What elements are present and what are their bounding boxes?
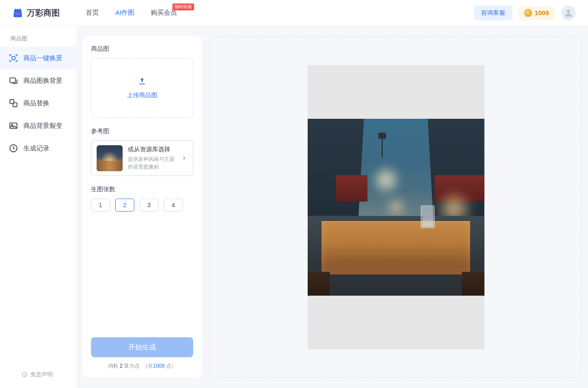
preview-area [210, 36, 582, 378]
count-options: 1 2 3 4 [91, 199, 193, 212]
avatar-icon [564, 8, 573, 18]
upload-icon [138, 77, 146, 85]
nav-membership[interactable]: 购买会员 限时特惠 [151, 9, 177, 17]
header-right: 咨询客服 1009 [474, 6, 576, 20]
control-panel: 商品图 上传商品图 参考图 或从资源库选择 提供多种风格与主题的背景图素材 生图… [82, 36, 202, 378]
count-option-4[interactable]: 4 [164, 199, 183, 212]
sidebar-item-history[interactable]: 生成记录 [0, 137, 76, 160]
count-option-3[interactable]: 3 [140, 199, 159, 212]
promo-badge: 限时特惠 [172, 3, 194, 10]
svg-rect-2 [10, 78, 16, 83]
disclaimer-link[interactable]: 免责声明 [22, 371, 53, 378]
svg-point-9 [24, 373, 25, 374]
brand-logo[interactable]: 万彩商图 [12, 7, 60, 19]
app-header: 万彩商图 首页 AI作图 购买会员 限时特惠 咨询客服 1009 [0, 0, 588, 26]
sidebar-item-replace-product[interactable]: 商品替换 [0, 92, 76, 114]
sidebar: 商品图 商品一键换景 商品图换背景 商品替换 商品背景裂变 生成记录 免责声明 [0, 26, 76, 388]
nav-ai-draw[interactable]: AI作图 [115, 9, 134, 17]
scan-icon [9, 53, 18, 63]
preview-canvas [308, 65, 484, 349]
reference-library-card[interactable]: 或从资源库选择 提供多种风格与主题的背景图素材 [91, 140, 193, 176]
sidebar-item-bg-variants[interactable]: 商品背景裂变 [0, 114, 76, 137]
top-nav: 首页 AI作图 购买会员 限时特惠 [86, 9, 177, 17]
reference-thumbnail [97, 145, 123, 171]
svg-rect-10 [24, 374, 25, 376]
image-swap-icon [9, 76, 18, 85]
generate-button[interactable]: 开始生成 [91, 337, 193, 357]
gallery-icon [9, 121, 18, 130]
count-option-1[interactable]: 1 [91, 199, 110, 212]
nav-home[interactable]: 首页 [86, 9, 99, 17]
count-option-2[interactable]: 2 [115, 199, 134, 212]
chevron-right-icon [181, 155, 188, 162]
sidebar-group-label: 商品图 [0, 35, 76, 47]
brand-text: 万彩商图 [27, 7, 60, 19]
history-icon [9, 143, 18, 153]
reference-preview-image [308, 119, 484, 296]
info-icon [22, 372, 28, 378]
reference-card-title: 或从资源库选择 [128, 146, 175, 153]
user-avatar[interactable] [561, 6, 576, 20]
replace-icon [9, 98, 18, 108]
points-value: 1009 [535, 9, 549, 16]
contact-support-button[interactable]: 咨询客服 [474, 6, 512, 20]
sidebar-item-one-click-bg[interactable]: 商品一键换景 [0, 47, 76, 69]
count-section-title: 生图张数 [91, 186, 193, 193]
logo-icon [12, 7, 23, 19]
reference-card-subtitle: 提供多种风格与主题的背景图素材 [128, 155, 175, 171]
upload-cta-text: 上传商品图 [127, 91, 157, 99]
sidebar-item-swap-bg[interactable]: 商品图换背景 [0, 69, 76, 92]
svg-point-0 [567, 10, 570, 13]
points-balance[interactable]: 1009 [518, 6, 555, 20]
upload-product-area[interactable]: 上传商品图 [91, 58, 193, 118]
coin-icon [524, 9, 532, 17]
reference-section-title: 参考图 [91, 127, 193, 135]
svg-rect-1 [12, 56, 15, 59]
upload-section-title: 商品图 [91, 45, 193, 53]
cost-line: 消耗 2 算力点 （共1009 点） [91, 362, 193, 370]
